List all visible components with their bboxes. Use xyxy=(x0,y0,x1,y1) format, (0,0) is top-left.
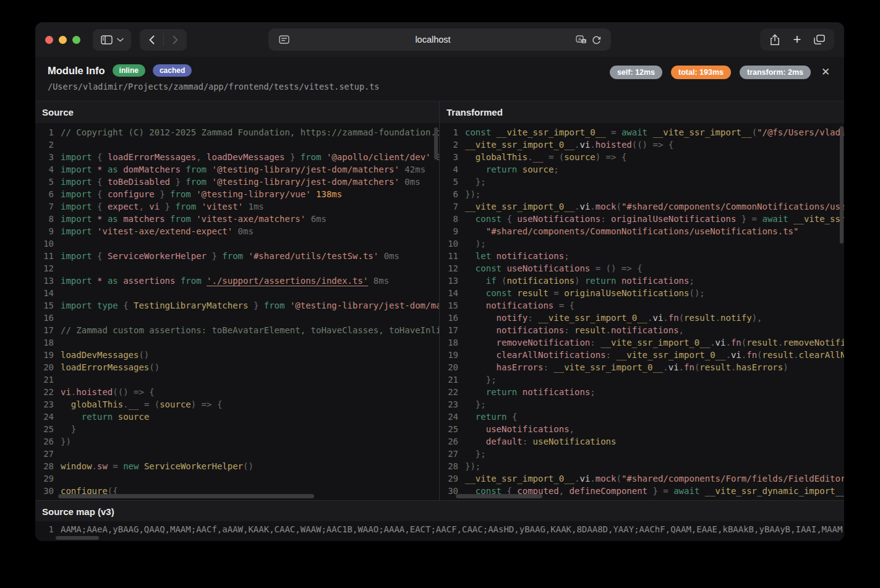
browser-window: localhost A a xyxy=(35,22,844,541)
code-line: 8import * as matchers from 'vitest-axe/m… xyxy=(35,213,439,225)
code-line: 12 xyxy=(35,262,439,275)
code-line: 17// Zammad custom assertions: toBeAvata… xyxy=(35,324,439,336)
code-line: 8 const { useNotifications: originalUseN… xyxy=(440,213,844,225)
zoom-window-button[interactable] xyxy=(72,36,80,44)
code-line: 7import { expect, vi } from 'vitest' 1ms xyxy=(35,200,439,213)
code-line: 22vi.hoisted(() => { xyxy=(35,386,439,398)
url-text[interactable]: localhost xyxy=(292,35,574,45)
minimize-window-button[interactable] xyxy=(59,36,67,44)
code-line: 18 xyxy=(35,336,439,349)
code-line: 23 globalThis.__ = (source) => { xyxy=(35,398,439,411)
source-code: 1// Copyright (C) 2012-2025 Zammad Found… xyxy=(35,123,439,500)
code-line: 19loadDevMessages() xyxy=(35,349,439,361)
code-line: 13import * as assertions from './support… xyxy=(35,275,439,287)
code-line: 12 const useNotifications = () => { xyxy=(440,262,844,275)
code-line: 25 } xyxy=(35,423,439,435)
share-button[interactable] xyxy=(765,30,785,49)
code-line: 11 let notifications; xyxy=(440,250,844,262)
code-line: 21 xyxy=(35,373,439,386)
code-line: 3import { loadErrorMessages, loadDevMess… xyxy=(35,151,439,163)
transformed-vertical-scrollbar[interactable] xyxy=(840,126,844,244)
code-line: 20loadErrorMessages() xyxy=(35,361,439,373)
code-line: 15 notifications = { xyxy=(440,299,844,312)
code-line: 17 notifications: result.notifications, xyxy=(440,324,844,336)
code-line: 28}); xyxy=(440,460,844,472)
close-icon: ✕ xyxy=(821,66,830,79)
sourcemap-panel: Source map (v3) 1AAMA;AAeA,yBAAG,QAAQ,MA… xyxy=(35,500,844,541)
navigation-buttons xyxy=(140,29,187,51)
translate-icon[interactable]: A a xyxy=(574,30,589,49)
code-line: 29 xyxy=(35,472,439,485)
code-line: 14 xyxy=(35,287,439,299)
new-tab-button[interactable]: + xyxy=(787,30,807,49)
code-line: 5 }; xyxy=(440,176,844,188)
code-line: 14 const result = originalUseNotificatio… xyxy=(440,287,844,299)
code-line: 21 }; xyxy=(440,373,844,386)
code-line: 6}); xyxy=(440,188,844,200)
toolbar-right-buttons: + xyxy=(760,28,834,51)
code-line: 15import type { TestingLibraryMatchers }… xyxy=(35,299,439,312)
code-line: 1const __vite_ssr_import_0__ = await __v… xyxy=(440,126,844,138)
transformed-horizontal-scrollbar[interactable] xyxy=(456,494,542,498)
timing-badge-self: self: 12ms xyxy=(610,66,662,79)
code-line: 27 xyxy=(35,448,439,460)
source-panel-title: Source xyxy=(35,101,439,123)
code-line: 3 globalThis.__ = (source) => { xyxy=(440,151,844,163)
module-path: /Users/vladimir/Projects/zammad/app/fron… xyxy=(48,82,832,92)
sourcemap-horizontal-scrollbar[interactable] xyxy=(56,536,99,540)
transformed-panel: Transformed 1const __vite_ssr_import_0__… xyxy=(440,101,844,500)
close-button[interactable]: ✕ xyxy=(818,64,833,79)
close-window-button[interactable] xyxy=(45,36,53,44)
tabs-overview-icon xyxy=(814,35,825,45)
transformed-code: 1const __vite_ssr_import_0__ = await __v… xyxy=(440,123,844,500)
code-line: 26 default: useNotifications xyxy=(440,435,844,448)
sidebar-icon xyxy=(101,35,113,45)
page-title: Module Info xyxy=(48,65,105,77)
chevron-right-icon xyxy=(173,35,178,45)
share-icon xyxy=(770,34,780,46)
code-line: 22 return notifications; xyxy=(440,386,844,398)
badge-cached: cached xyxy=(153,64,192,77)
sidebar-toggle-button[interactable] xyxy=(93,29,131,51)
code-line: 19 clearAllNotifications: __vite_ssr_imp… xyxy=(440,349,844,361)
svg-text:a: a xyxy=(583,39,585,43)
reader-page-icon[interactable] xyxy=(276,30,292,49)
code-line: 25 useNotifications, xyxy=(440,423,844,435)
code-line: 5import { toBeDisabled } from '@testing-… xyxy=(35,176,439,188)
code-line: 11import { ServiceWorkerHelper } from '#… xyxy=(35,250,439,262)
timing-badges: self: 12ms total: 193ms transform: 2ms xyxy=(610,66,811,79)
chevron-left-icon xyxy=(149,35,155,45)
traffic-lights xyxy=(45,36,80,44)
code-line: 13 if (notifications) return notificatio… xyxy=(440,275,844,287)
code-line: 27 }; xyxy=(440,448,844,460)
reload-icon[interactable] xyxy=(589,30,604,49)
source-panel: Source 1// Copyright (C) 2012-2025 Zamma… xyxy=(35,101,440,500)
code-line: 1AAMA;AAeA,yBAAG,QAAQ,MAAM;AACf,aAAW,KAA… xyxy=(35,523,844,535)
code-line: 23 }; xyxy=(440,398,844,411)
sourcemap-code: 1AAMA;AAeA,yBAAG,QAAQ,MAAM;AACf,aAAW,KAA… xyxy=(35,521,844,541)
code-line: 28window.sw = new ServiceWorkerHelper() xyxy=(35,460,439,472)
timing-badge-transform: transform: 2ms xyxy=(740,66,811,79)
forward-button[interactable] xyxy=(164,29,187,51)
url-bar[interactable]: localhost A a xyxy=(268,28,611,51)
code-line: 1// Copyright (C) 2012-2025 Zammad Found… xyxy=(35,126,439,138)
svg-text:A: A xyxy=(578,36,582,42)
tabs-overview-button[interactable] xyxy=(810,30,829,49)
chevron-down-icon xyxy=(117,38,124,42)
code-line: 4import * as domMatchers from '@testing-… xyxy=(35,163,439,176)
code-line: 29__vite_ssr_import_0__.vi.mock("#shared… xyxy=(440,472,844,485)
code-line: 20 hasErrors: __vite_ssr_import_0__.vi.f… xyxy=(440,361,844,373)
plus-icon: + xyxy=(793,33,801,46)
source-vertical-scrollbar[interactable] xyxy=(434,127,438,160)
code-line: 16 notify: __vite_ssr_import_0__.vi.fn(r… xyxy=(440,312,844,324)
code-line: 10 xyxy=(35,237,439,250)
module-info-header: Module Info inline cached /Users/vladimi… xyxy=(35,57,844,101)
back-button[interactable] xyxy=(140,29,163,51)
browser-toolbar: localhost A a xyxy=(35,22,844,57)
code-line: 2__vite_ssr_import_0__.vi.hoisted(() => … xyxy=(440,138,844,151)
code-line: 18 removeNotification: __vite_ssr_import… xyxy=(440,336,844,349)
code-line: 10 ); xyxy=(440,237,844,250)
source-horizontal-scrollbar[interactable] xyxy=(58,494,314,498)
code-line: 9 "#shared/components/CommonNotification… xyxy=(440,225,844,237)
code-line: 2 xyxy=(35,138,439,151)
